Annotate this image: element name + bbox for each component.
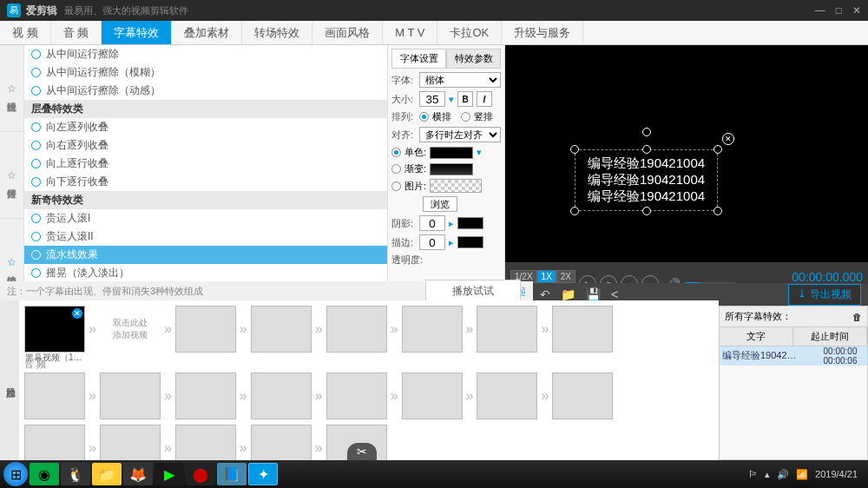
resize-handle[interactable] xyxy=(570,145,579,154)
gradient-swatch[interactable] xyxy=(430,163,473,175)
empty-clip[interactable] xyxy=(175,373,236,419)
tab-font-settings[interactable]: 字体设置 xyxy=(391,49,446,69)
italic-button[interactable]: I xyxy=(477,91,492,107)
radio-color-single[interactable] xyxy=(391,148,401,157)
empty-clip[interactable] xyxy=(552,306,613,353)
empty-clip[interactable] xyxy=(326,306,387,353)
taskbar-app-active[interactable]: ✦ xyxy=(248,463,278,485)
effect-item-selected[interactable]: 流水线效果 xyxy=(24,246,387,264)
effect-item[interactable]: 向上逐行收叠 xyxy=(24,155,387,173)
resize-handle[interactable] xyxy=(713,145,722,154)
taskbar-firefox[interactable]: 🦊 xyxy=(123,463,153,485)
align-select[interactable]: 多行时左对齐 xyxy=(419,127,501,142)
dropdown-icon[interactable]: ▸ xyxy=(449,218,454,229)
maximize-button[interactable]: □ xyxy=(836,4,842,16)
close-button[interactable]: ✕ xyxy=(852,4,861,16)
empty-clip[interactable] xyxy=(251,306,312,353)
stroke-input[interactable] xyxy=(419,234,445,250)
taskbar-app[interactable]: ▶ xyxy=(155,463,184,485)
dropdown-icon[interactable]: ▸ xyxy=(449,237,454,248)
effect-item[interactable]: 摇晃（淡入淡出） xyxy=(24,264,387,282)
empty-clip[interactable] xyxy=(326,373,387,419)
remove-clip-icon[interactable]: ✕ xyxy=(72,308,82,319)
radio-horizontal[interactable] xyxy=(419,112,429,122)
empty-clip[interactable] xyxy=(175,425,236,460)
effect-item[interactable]: 向右逐列收叠 xyxy=(24,136,387,155)
close-textbox-icon[interactable]: ✕ xyxy=(722,133,734,145)
empty-clip[interactable] xyxy=(175,306,236,353)
stroke-color[interactable] xyxy=(457,236,483,248)
bold-button[interactable]: B xyxy=(457,91,473,107)
effect-item[interactable]: 向下逐行收叠 xyxy=(24,173,387,191)
color-swatch[interactable] xyxy=(430,147,473,159)
tab-subtitle-fx[interactable]: 字幕特效 xyxy=(102,21,172,44)
vtab-stay[interactable]: ☆停留特效 xyxy=(0,132,23,219)
empty-clip[interactable] xyxy=(402,306,463,353)
tab-style[interactable]: 画面风格 xyxy=(312,21,383,44)
subtitle-entry[interactable]: 编导经验19042… 00:00:0000:00:06 xyxy=(720,346,867,366)
preview-area[interactable]: ✕ 编导经验190421004 编导经验190421004 编导经验190421… xyxy=(505,45,868,306)
tray-volume-icon[interactable]: 🔊 xyxy=(777,469,789,480)
tray-network-icon[interactable]: 📶 xyxy=(796,469,808,480)
tab-overlay[interactable]: 叠加素材 xyxy=(172,21,242,44)
radio-color-image[interactable] xyxy=(391,181,401,191)
empty-clip[interactable] xyxy=(402,373,463,419)
radio-vertical[interactable] xyxy=(461,112,470,122)
speed-1x[interactable]: 1X xyxy=(537,270,556,283)
taskbar-app[interactable]: ⬤ xyxy=(186,463,215,485)
font-select[interactable]: 楷体 xyxy=(419,72,501,88)
subtitle-textbox[interactable]: ✕ 编导经验190421004 编导经验190421004 编导经验190421… xyxy=(575,149,718,211)
folder-icon[interactable]: 📁 xyxy=(561,287,575,301)
taskbar-app[interactable]: 📁 xyxy=(92,463,122,485)
start-button[interactable]: ⊞ xyxy=(3,462,28,486)
empty-clip[interactable] xyxy=(100,425,161,460)
shadow-input[interactable] xyxy=(419,215,445,231)
radio-color-gradient[interactable] xyxy=(391,164,401,174)
shadow-color[interactable] xyxy=(457,217,483,229)
empty-clip[interactable] xyxy=(24,425,85,460)
resize-handle[interactable] xyxy=(713,207,722,215)
tab-transition[interactable]: 转场特效 xyxy=(242,21,312,44)
minimize-button[interactable]: — xyxy=(815,4,825,16)
effect-item[interactable]: 向左逐列收叠 xyxy=(24,118,387,136)
tab-karaoke[interactable]: 卡拉OK xyxy=(437,21,502,44)
empty-clip[interactable] xyxy=(251,425,312,460)
effect-item[interactable]: 从中间运行擦除 xyxy=(24,45,387,63)
dropdown-icon[interactable]: ▾ xyxy=(449,94,454,105)
save-icon[interactable]: 💾 xyxy=(586,287,601,301)
resize-handle[interactable] xyxy=(642,207,651,215)
effect-list[interactable]: 从中间运行擦除 从中间运行擦除（模糊） 从中间运行擦除（动感） 层叠特效类 向左… xyxy=(24,45,388,306)
tray-up-icon[interactable]: ▴ xyxy=(765,469,770,480)
taskbar-app[interactable]: ◉ xyxy=(30,463,59,485)
add-video-hint[interactable]: 双击此处添加视频 xyxy=(100,317,161,341)
tab-audio[interactable]: 音 频 xyxy=(51,21,102,44)
taskbar-app[interactable]: 📘 xyxy=(217,463,247,485)
export-button[interactable]: ⤓导出视频 xyxy=(788,284,861,306)
dropdown-icon[interactable]: ▾ xyxy=(477,147,482,158)
rotate-handle[interactable] xyxy=(642,128,651,136)
empty-clip[interactable] xyxy=(477,306,537,353)
effect-item[interactable]: 贵运人滚II xyxy=(24,228,387,246)
speed-2x[interactable]: 2X xyxy=(556,270,575,283)
resize-handle[interactable] xyxy=(642,145,651,154)
effect-item[interactable]: 从中间运行擦除（动感） xyxy=(24,82,387,100)
tab-upgrade[interactable]: 升级与服务 xyxy=(502,21,583,44)
empty-clip[interactable] xyxy=(552,373,613,419)
share-icon[interactable]: < xyxy=(611,287,618,301)
tray-flag-icon[interactable]: 🏳 xyxy=(748,469,758,479)
tab-fx-params[interactable]: 特效参数 xyxy=(446,49,501,69)
empty-clip[interactable] xyxy=(100,373,161,419)
size-input[interactable] xyxy=(419,91,445,107)
try-playback-button[interactable]: 播放试试 xyxy=(425,280,521,303)
vtab-appear[interactable]: ☆出现特效 xyxy=(0,45,23,132)
trash-icon[interactable]: 🗑 xyxy=(852,312,862,322)
taskbar-app[interactable]: 🐧 xyxy=(61,463,90,485)
effect-item[interactable]: 贵运人滚I xyxy=(24,209,387,228)
tab-mtv[interactable]: M T V xyxy=(383,21,437,44)
tray-date[interactable]: 2019/4/21 xyxy=(815,469,858,479)
effect-item[interactable]: 从中间运行擦除（模糊） xyxy=(24,63,387,82)
resize-handle[interactable] xyxy=(570,207,579,215)
video-clip[interactable]: ✕ 黑幕视频（1… xyxy=(24,306,85,353)
browse-button[interactable]: 浏览 xyxy=(423,196,457,212)
scissors-button[interactable]: ✂ xyxy=(347,443,377,460)
